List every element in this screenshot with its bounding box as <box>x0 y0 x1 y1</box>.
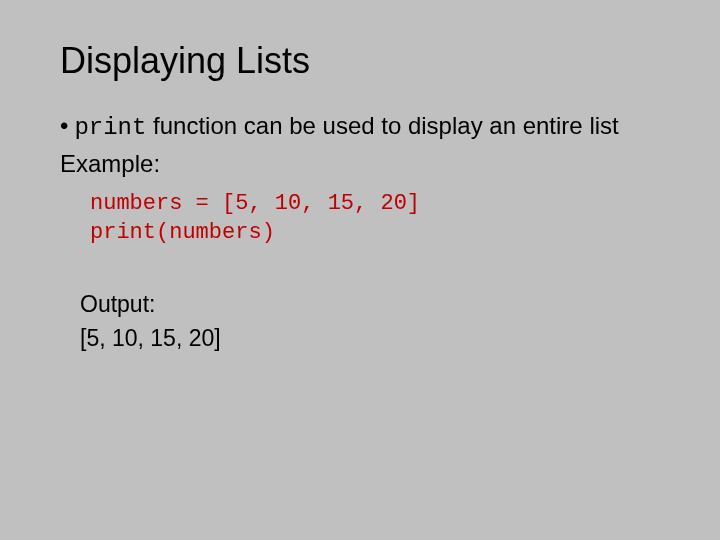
bullet-item: • print function can be used to display … <box>60 110 660 144</box>
bullet-suffix: function can be used to display an entir… <box>146 112 618 139</box>
slide-title: Displaying Lists <box>60 40 660 82</box>
example-label: Example: <box>60 148 660 180</box>
bullet-text: print function can be used to display an… <box>74 110 618 144</box>
output-section: Output: [5, 10, 15, 20] <box>80 288 660 355</box>
code-line-2: print(numbers) <box>90 218 660 248</box>
code-block: numbers = [5, 10, 15, 20] print(numbers) <box>90 189 660 248</box>
bullet-code: print <box>74 114 146 141</box>
output-label: Output: <box>80 288 660 321</box>
bullet-marker: • <box>60 110 68 144</box>
code-line-1: numbers = [5, 10, 15, 20] <box>90 189 660 219</box>
output-value: [5, 10, 15, 20] <box>80 322 660 355</box>
slide: Displaying Lists • print function can be… <box>0 0 720 540</box>
slide-content: • print function can be used to display … <box>60 110 660 355</box>
